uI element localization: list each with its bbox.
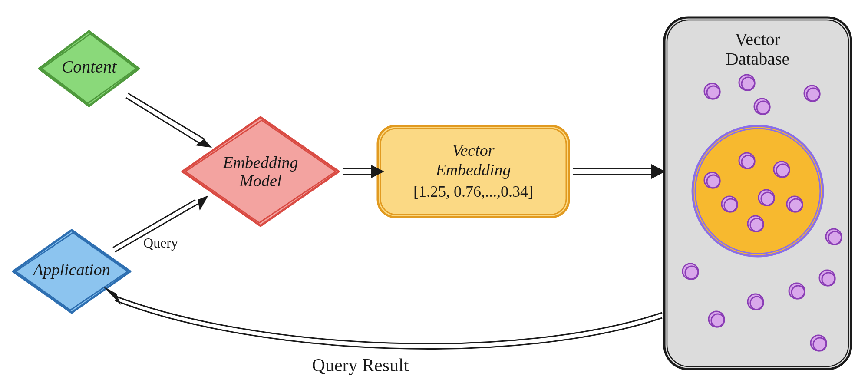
svg-line-40 bbox=[128, 93, 204, 139]
svg-marker-51 bbox=[651, 164, 665, 179]
node-vector-database: Vector Database bbox=[664, 17, 851, 369]
node-db-label1: Vector bbox=[735, 30, 780, 49]
node-application: Application bbox=[13, 230, 130, 313]
node-vector-embedding: Vector Embedding [1.25, 0.76,...,0.34] bbox=[378, 126, 569, 217]
node-vector-label3: [1.25, 0.76,...,0.34] bbox=[413, 183, 533, 200]
svg-marker-42 bbox=[195, 139, 212, 148]
node-embedding-label2: Model bbox=[239, 172, 281, 190]
node-vector-label1: Vector bbox=[452, 141, 494, 159]
diagram-canvas: Content Application Embedding Model Vect… bbox=[0, 0, 868, 383]
node-db-label2: Database bbox=[726, 49, 790, 69]
edge-db-to-application: Query Result bbox=[103, 287, 662, 375]
edge-vector-to-db bbox=[573, 164, 665, 179]
node-content-label: Content bbox=[62, 57, 117, 76]
edge-content-to-embedding bbox=[126, 93, 212, 148]
svg-line-41 bbox=[126, 98, 200, 143]
node-content: Content bbox=[39, 31, 139, 106]
db-cluster-circle bbox=[693, 126, 823, 256]
node-application-label: Application bbox=[32, 261, 110, 279]
edge-query-result-label: Query Result bbox=[312, 355, 409, 375]
svg-marker-45 bbox=[198, 195, 208, 211]
node-vector-label2: Embedding bbox=[435, 161, 511, 179]
node-embedding-model: Embedding Model bbox=[182, 117, 339, 226]
edge-application-to-embedding: Query bbox=[113, 195, 208, 252]
node-embedding-label1: Embedding bbox=[222, 153, 298, 172]
edge-query-label: Query bbox=[143, 235, 178, 251]
